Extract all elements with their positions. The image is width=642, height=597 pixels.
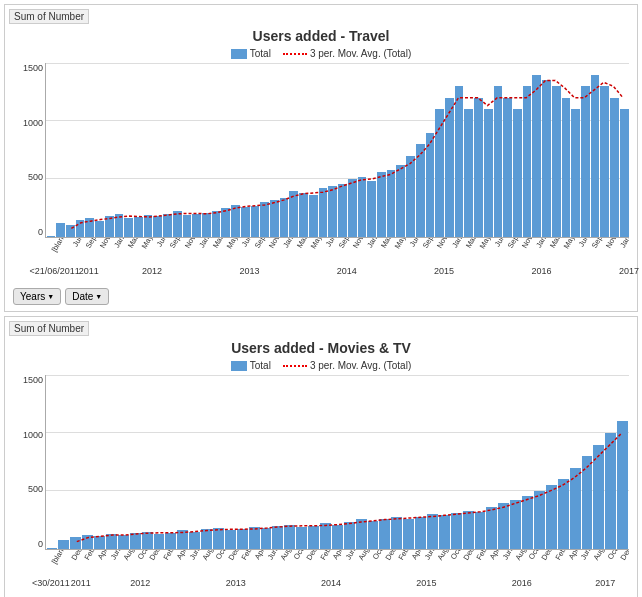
bar xyxy=(165,533,176,549)
x-axis-label: May xyxy=(562,238,576,250)
bar xyxy=(192,214,201,237)
bar xyxy=(562,98,571,237)
bar xyxy=(309,195,318,237)
x-axis-label: Jan xyxy=(281,238,295,250)
bar xyxy=(85,218,94,237)
bar-group xyxy=(117,375,129,549)
bar xyxy=(183,215,192,237)
x-axis-label: Jul xyxy=(71,238,85,250)
x-axis-label: Mar xyxy=(127,238,141,250)
x-axis-label: Jul xyxy=(577,238,591,250)
bar-group xyxy=(58,375,70,549)
x-axis-label: Mar xyxy=(380,238,394,250)
bar-group xyxy=(532,63,542,237)
year-label: 2015 xyxy=(434,266,454,276)
x-axis-label: May xyxy=(394,238,408,250)
year-label: 2011 xyxy=(79,266,99,276)
bar-group xyxy=(141,375,153,549)
bar-group xyxy=(425,63,435,237)
chart-movies-section: Sum of Number Users added - Movies & TV … xyxy=(4,316,638,597)
bar-group xyxy=(415,375,427,549)
bar-group xyxy=(70,375,82,549)
bar xyxy=(416,144,425,237)
bar-group xyxy=(163,63,173,237)
bar xyxy=(134,217,143,237)
x-axis-label: Dec xyxy=(306,550,320,562)
bar xyxy=(177,530,188,549)
x-axis-label: Jul xyxy=(239,238,253,250)
chart1-title: Users added - Travel xyxy=(9,28,633,44)
year-label: 2012 xyxy=(142,266,162,276)
bar xyxy=(403,519,414,549)
x-axis-label: Feb xyxy=(554,550,568,562)
bar-group xyxy=(427,375,439,549)
bar-group xyxy=(289,63,299,237)
bar xyxy=(348,179,357,237)
x-axis-label: Mar xyxy=(211,238,225,250)
legend-dotted-icon-1 xyxy=(283,53,307,55)
legend-dotted-icon-2 xyxy=(283,365,307,367)
year-label: 2014 xyxy=(337,266,357,276)
x-axis-label: Oct xyxy=(606,550,620,562)
date-dropdown-1[interactable]: Date xyxy=(65,288,109,305)
bar-group xyxy=(202,63,212,237)
x-axis-label: Sep xyxy=(338,238,352,250)
bar-group xyxy=(522,375,534,549)
bar-group xyxy=(534,375,546,549)
bar xyxy=(356,519,367,549)
bar xyxy=(163,214,172,237)
bar xyxy=(387,170,396,237)
x-axis-label: Nov xyxy=(99,238,113,250)
bar-group xyxy=(270,63,280,237)
bar xyxy=(296,527,307,549)
bar xyxy=(280,198,289,237)
bar xyxy=(308,526,319,549)
bar xyxy=(558,479,569,549)
x-axis-label: Mar xyxy=(464,238,478,250)
bar xyxy=(494,86,503,237)
bar-group xyxy=(279,63,289,237)
bar xyxy=(391,517,402,549)
bar xyxy=(474,98,483,237)
x-axis-label: Jan xyxy=(197,238,211,250)
bar-group xyxy=(189,375,201,549)
bar xyxy=(173,211,182,237)
bar xyxy=(328,186,337,237)
bar xyxy=(153,216,162,237)
x-axis-label: Nov xyxy=(436,238,450,250)
x-axis-label: Jul xyxy=(324,238,338,250)
bar-group xyxy=(177,375,189,549)
chart1-bars xyxy=(46,63,629,237)
chart2-title: Users added - Movies & TV xyxy=(9,340,633,356)
bar-group xyxy=(474,63,484,237)
legend-total-1: Total xyxy=(231,48,271,59)
bar-group xyxy=(450,375,462,549)
bar xyxy=(261,528,272,549)
x-axis-label: Nov xyxy=(352,238,366,250)
sum-label-2: Sum of Number xyxy=(9,321,89,336)
bar xyxy=(82,535,93,549)
bar xyxy=(570,468,581,549)
bar xyxy=(189,532,200,549)
years-dropdown-1[interactable]: Years xyxy=(13,288,61,305)
x-axis-label: Jan xyxy=(113,238,127,250)
bar xyxy=(542,80,551,237)
bar-group xyxy=(590,63,600,237)
x-axis-label: Jan xyxy=(619,238,629,250)
bar xyxy=(221,208,230,237)
chart2-bars xyxy=(46,375,629,549)
bar-group xyxy=(357,63,367,237)
x-axis-label: Mar xyxy=(548,238,562,250)
bar-group xyxy=(403,375,415,549)
x-axis-label: Jan xyxy=(534,238,548,250)
bar-group xyxy=(347,63,357,237)
chart2-year-labels: <30/20112011201220132014201520162017 xyxy=(45,578,629,596)
bar-group xyxy=(129,375,141,549)
bar xyxy=(260,202,269,237)
bar-group xyxy=(557,375,569,549)
year-label: 2015 xyxy=(416,578,436,588)
bar xyxy=(154,534,165,549)
bar-group xyxy=(212,375,224,549)
bar-group xyxy=(46,63,56,237)
year-label: 2017 xyxy=(595,578,615,588)
